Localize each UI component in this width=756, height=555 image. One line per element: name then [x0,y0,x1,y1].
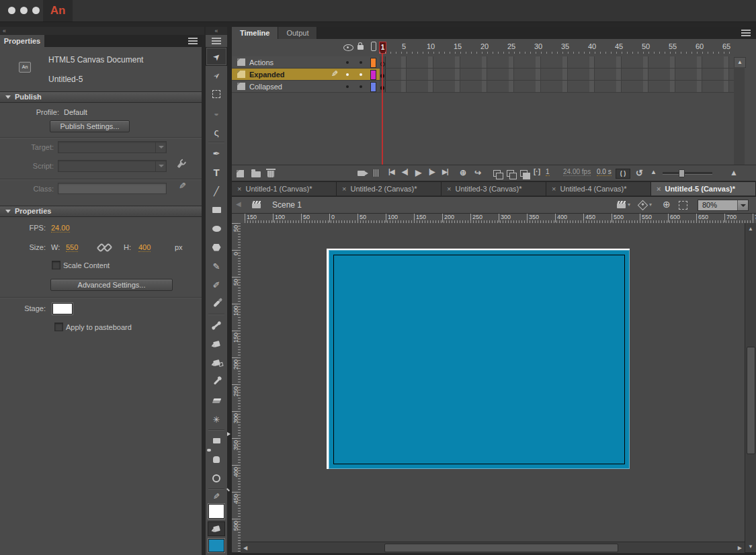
scrollbar-thumb[interactable] [384,544,618,552]
pencil-icon[interactable]: ✎ [179,181,186,191]
lock-all-layers-icon[interactable] [358,45,364,50]
tab-untitled-1[interactable]: ×Untitled-1 (Canvas)* [232,182,337,196]
window-close-button[interactable] [8,7,15,14]
selection-tool[interactable]: ➤ [206,47,227,66]
close-icon[interactable]: × [657,185,661,193]
layer-name-area[interactable]: Actions [232,56,380,68]
back-button[interactable]: ◀ [236,200,241,208]
wrench-icon[interactable] [177,162,183,168]
scale-content-checkbox[interactable] [52,261,60,269]
layer-name[interactable]: Collapsed [249,83,282,91]
layer-visibility-dot[interactable] [346,73,349,76]
layer-frames[interactable] [380,69,734,80]
slider-thumb[interactable] [679,169,685,177]
zoom-tool[interactable] [206,469,227,488]
brush-tool[interactable]: ✐ [206,275,227,294]
collapse-panel-button[interactable]: « [0,27,204,35]
publish-settings-button[interactable]: Publish Settings... [50,120,130,132]
modify-markers-button[interactable]: [·] [534,168,540,175]
loop-range-toggle[interactable]: ( ) [616,169,630,179]
stage-zoom-select[interactable]: 80% [698,200,749,211]
current-frame-value[interactable]: 1 [546,168,550,176]
tab-timeline[interactable]: Timeline [232,27,278,39]
line-tool[interactable]: ╱ [206,181,227,200]
marker-range-icon[interactable] [374,169,378,177]
layer-lock-dot[interactable] [360,61,362,64]
document-name[interactable]: Untitled-5 [48,75,83,84]
center-stage-button[interactable]: ⊕ [663,199,671,210]
layer-name[interactable]: Actions [249,58,274,67]
onion-skin-button[interactable] [493,170,501,177]
edit-scene-button[interactable] [617,201,626,208]
free-transform-tool[interactable] [206,85,227,103]
eyedropper-tool[interactable] [206,372,227,391]
reset-timeline-zoom-button[interactable]: ↺ [636,168,643,178]
panel-menu-icon[interactable] [741,30,751,36]
edit-multiple-frames-button[interactable] [520,170,528,177]
layer-frames[interactable] [380,81,734,92]
class-input[interactable] [58,183,167,194]
onion-skin-outlines-button[interactable] [507,170,514,177]
lasso-tool[interactable]: ς [206,122,227,141]
layer-row-expanded[interactable]: Expanded ✎ [232,69,745,81]
window-minimize-button[interactable] [20,7,28,14]
playhead[interactable] [382,53,383,165]
timeline-scrollbar-track[interactable] [734,67,745,165]
collapse-tools-button[interactable]: « [206,27,227,35]
width-value[interactable]: 550 [66,243,78,252]
tab-untitled-2[interactable]: ×Untitled-2 (Canvas)* [337,182,442,196]
vertical-scrollbar[interactable]: ▲ ▼ [745,223,756,552]
layer-name-area[interactable]: Collapsed [232,81,380,92]
target-dropdown[interactable] [58,141,167,153]
oval-tool[interactable] [206,219,227,238]
timeline-zoom-slider[interactable] [663,172,712,175]
play-button[interactable]: ▶ [415,168,421,177]
3d-rotation-tool[interactable]: ◒ [206,103,227,122]
text-tool[interactable]: T [206,163,227,181]
layer-name[interactable]: Expanded [249,71,285,79]
layer-outline-color-swatch[interactable] [370,82,376,92]
close-icon[interactable]: × [342,185,346,193]
timeline-zoom-out-icon[interactable]: ▴ [652,168,655,175]
stage[interactable] [327,249,630,469]
tab-untitled-5[interactable]: ×Untitled-5 (Canvas)* [651,182,756,196]
close-icon[interactable]: × [447,185,451,193]
new-folder-button[interactable] [251,171,261,177]
layer-frames[interactable] [380,56,734,68]
window-zoom-button[interactable] [32,7,40,14]
stroke-color-control[interactable]: ✎ [206,490,227,503]
new-layer-button[interactable] [237,170,244,177]
close-icon[interactable]: × [237,185,241,193]
tab-untitled-3[interactable]: ×Untitled-3 (Canvas)* [442,182,546,196]
delete-layer-button[interactable] [267,171,274,177]
layer-name-area[interactable]: Expanded ✎ [232,69,380,80]
scroll-down-arrow[interactable]: ▼ [748,544,753,550]
layer-outline-color-swatch[interactable] [370,70,376,80]
publish-section-header[interactable]: Publish [0,91,202,103]
height-value[interactable]: 400 [138,243,151,252]
step-back-button[interactable]: ◀| [402,168,408,175]
advanced-settings-button[interactable]: Advanced Settings... [50,279,173,291]
clip-content-button[interactable] [679,201,687,210]
stroke-color-swatch[interactable] [208,504,224,519]
hand-tool[interactable] [206,450,227,469]
ink-bottle-tool[interactable] [206,353,227,372]
scrollbar-thumb[interactable] [747,347,755,454]
pen-tool[interactable]: ✒ [206,144,227,163]
add-camera-button[interactable] [358,171,365,176]
layer-outline-color-swatch[interactable] [370,58,376,68]
apply-pasteboard-checkbox[interactable] [54,323,63,331]
edit-symbols-button[interactable] [638,200,648,211]
stage-blue-rectangle[interactable] [329,250,630,469]
asset-warp-tool[interactable]: ✳ [206,410,227,429]
go-to-last-frame-button[interactable]: ▶| [442,168,448,175]
camera-tool[interactable] [206,431,227,450]
paint-bucket-tool[interactable] [206,335,227,353]
layer-row-collapsed[interactable]: Collapsed [232,81,745,93]
subselection-tool[interactable]: ➢ [206,66,227,85]
tab-properties[interactable]: Properties [0,35,44,47]
tab-untitled-4[interactable]: ×Untitled-4 (Canvas)* [546,182,651,196]
eraser-tool[interactable] [206,391,227,410]
layer-row-actions[interactable]: Actions [232,56,745,69]
outline-all-layers-icon[interactable] [371,42,376,51]
